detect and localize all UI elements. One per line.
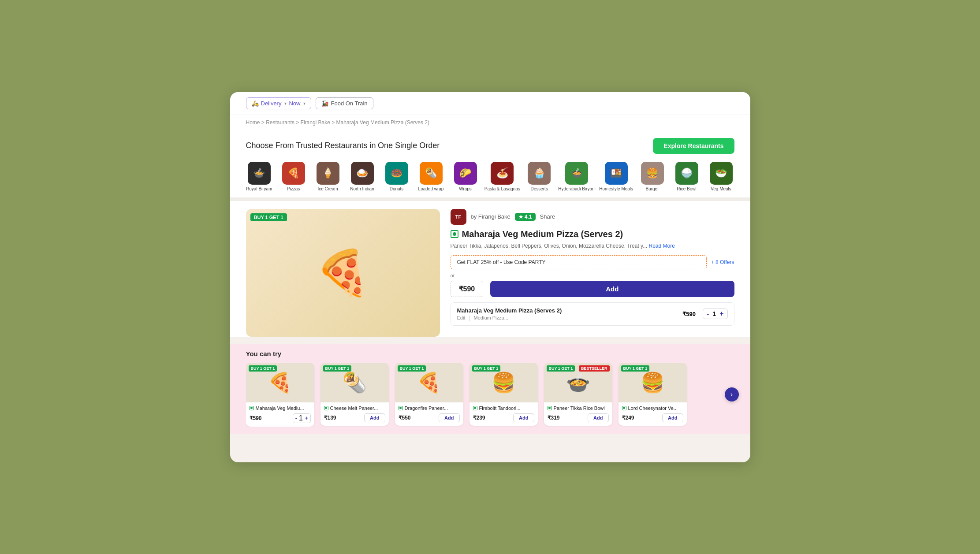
try-card: BUY 1 GET 1 🍕 Maharaja Veg Mediu... ₹590… [246,363,314,427]
try-price-row: ₹249 Add [622,413,683,422]
try-items-row: BUY 1 GET 1 🍕 Maharaja Veg Mediu... ₹590… [246,363,734,427]
category-icon: 🍔 [641,162,664,185]
product-description: Paneer Tikka, Jalapenos, Bell Peppers, O… [451,242,734,250]
category-item[interactable]: 🍛 North Indian [349,162,376,191]
choose-section: Choose From Trusted Restaurants in One S… [230,130,750,157]
try-card: BUY 1 GET 1 🌯 Cheese Melt Paneer... ₹139… [320,363,389,426]
category-item[interactable]: 🌮 Wraps [452,162,479,191]
train-icon: 🚂 [321,100,328,107]
category-item[interactable]: 🍚 Rice Bowl [674,162,700,191]
veg-icon [399,406,403,410]
try-card-name: Cheese Melt Paneer... [324,405,385,411]
try-add-button[interactable]: Add [662,413,683,422]
try-price-row: ₹590 - 1 + [250,413,311,423]
category-label: Desserts [530,186,548,191]
category-item[interactable]: 🍲 Royal Biryani [246,162,272,191]
veg-icon [451,230,458,238]
category-icon: 🍝 [491,162,514,185]
try-price-row: ₹550 Add [399,413,460,422]
offer-row: Get FLAT 25% off - Use Code PARTY + 8 Of… [451,255,734,269]
category-icon: 🌮 [454,162,477,185]
try-card-body: Maharaja Veg Mediu... ₹590 - 1 + [246,402,314,427]
try-card-image: BUY 1 GET 1 🍔 [619,363,687,402]
delivery-button[interactable]: 🛵 Delivery ▾ Now ▾ [246,97,312,109]
category-label: Rice Bowl [677,186,696,191]
try-add-button[interactable]: Add [513,413,534,422]
category-label: Pasta & Lasagnas [484,186,520,191]
top-nav: 🛵 Delivery ▾ Now ▾ 🚂 Food On Train [230,92,750,115]
category-icon: 🥗 [710,162,733,185]
try-card-body: Cheese Melt Paneer... ₹139 Add [320,402,389,426]
offer-box: Get FLAT 25% off - Use Code PARTY [451,255,707,269]
buy-badge: BUY 1 GET 1 [249,365,277,372]
try-card-name: Maharaja Veg Mediu... [250,405,311,411]
category-label: Loaded wrap [418,186,444,191]
category-item[interactable]: 🥗 Veg Meals [708,162,734,191]
category-icon: 🍩 [385,162,408,185]
qty-decrease-button[interactable]: - [707,310,709,318]
category-label: Royal Biryani [246,186,272,191]
try-price-row: ₹319 Add [548,413,609,422]
try-qty-control: - 1 + [293,413,311,423]
qty-increase-button[interactable]: + [719,310,723,318]
category-icon: 🍱 [605,162,628,185]
breadcrumb: Home > Restaurants > Firangi Bake > Maha… [230,115,750,130]
category-item[interactable]: 🧁 Desserts [526,162,552,191]
category-item[interactable]: 🍱 Homestyle Meals [601,162,631,191]
try-card: BUY 1 GET 1 🍕 Dragonfire Paneer... ₹550 … [395,363,463,426]
more-offers-link[interactable]: + 8 Offers [711,259,734,265]
product-title: Maharaja Veg Medium Pizza (Serves 2) [451,229,734,239]
food-on-train-button[interactable]: 🚂 Food On Train [316,97,373,109]
app-container: 🛵 Delivery ▾ Now ▾ 🚂 Food On Train Home … [230,92,750,462]
try-title: You can try [246,350,734,357]
category-item[interactable]: 🍩 Donuts [384,162,410,191]
buy-badge: BUY 1 GET 1 [472,365,501,372]
try-qty-decrease[interactable]: - [295,415,297,421]
rating-badge: ★ 4.1 [515,213,536,221]
try-card-body: Lord Cheesynator Ve... ₹249 Add [619,402,687,426]
try-card-price: ₹139 [324,415,336,421]
category-icon: 🧁 [528,162,551,185]
try-add-button[interactable]: Add [439,413,459,422]
next-arrow-button[interactable]: › [725,387,739,402]
buy-badge: BUY 1 GET 1 [398,365,426,372]
category-item[interactable]: 🍝 Pasta & Lasagnas [487,162,518,191]
category-item[interactable]: 🌯 Loaded wrap [418,162,444,191]
try-card-price: ₹590 [250,415,262,421]
qty-value: 1 [712,310,716,317]
restaurant-row: TF by Firangi Bake ★ 4.1 Share [451,209,734,225]
quantity-control: - 1 + [703,309,727,319]
try-section: You can try BUY 1 GET 1 🍕 Maharaja Veg M… [230,344,750,434]
try-card-price: ₹550 [399,415,411,421]
try-add-button[interactable]: Add [364,413,385,422]
category-label: North Indian [350,186,374,191]
category-icon: 🌯 [420,162,443,185]
edit-link[interactable]: Edit [457,315,466,320]
try-qty-increase[interactable]: + [305,415,308,421]
category-label: Pizzas [287,186,300,191]
chevron-down-icon-now: ▾ [303,101,306,106]
try-card-price: ₹239 [473,415,485,421]
category-item[interactable]: 🍦 Ice Cream [315,162,341,191]
read-more-link[interactable]: Read More [649,243,675,249]
category-item[interactable]: 🍲 Hyderabadi Biryani [560,162,593,191]
price-display: ₹590 [451,281,484,297]
category-label: Homestyle Meals [599,186,633,191]
share-button[interactable]: Share [540,213,555,220]
category-item[interactable]: 🍕 Pizzas [280,162,307,191]
category-icon: 🍕 [282,162,305,185]
explore-restaurants-button[interactable]: Explore Restaurants [653,138,734,154]
delivery-icon: 🛵 [252,100,259,107]
category-label: Ice Cream [317,186,338,191]
try-add-button[interactable]: Add [588,413,608,422]
try-card-body: Paneer Tikka Rice Bowl ₹319 Add [544,402,612,426]
category-label: Burger [645,186,659,191]
try-card-image: BUY 1 GET 1 🌯 [320,363,389,402]
add-to-cart-button[interactable]: Add [490,281,734,297]
try-card-price: ₹319 [548,415,560,421]
category-item[interactable]: 🍔 Burger [639,162,666,191]
veg-icon [548,406,552,410]
try-card-price: ₹249 [622,415,634,421]
try-card-name: Fireboltt Tandoori... [473,405,534,411]
try-qty-value: 1 [299,414,303,422]
